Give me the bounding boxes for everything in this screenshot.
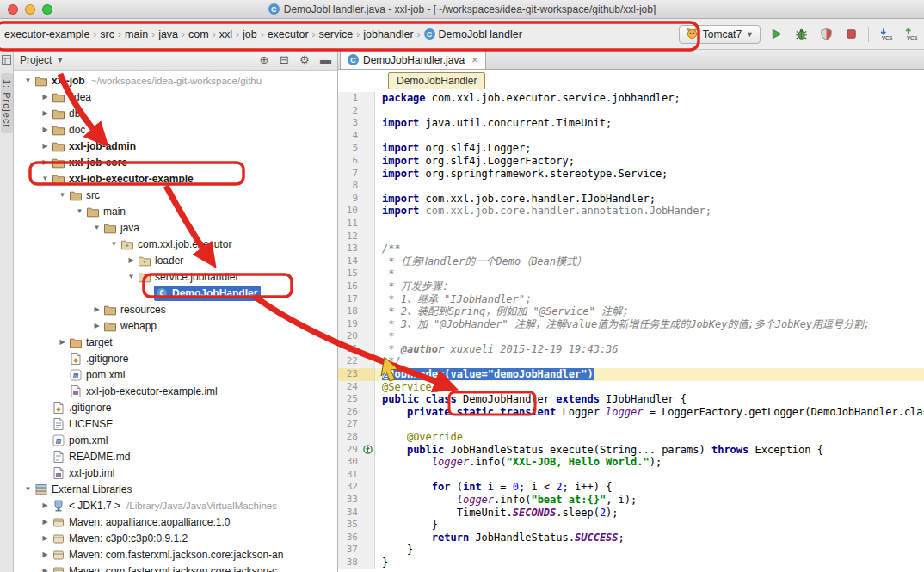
line-number[interactable]: 30 [338,456,361,469]
line-number[interactable]: 11 [338,218,361,231]
vcs-update-icon[interactable]: VCS [877,25,896,44]
code-line-24[interactable]: 24@Service [338,381,924,394]
code-line-18[interactable]: 18 * 2、装配到Spring，例如加 "@Service" 注解； [338,305,924,318]
code-line-35[interactable]: 35 } [338,519,924,532]
code-line-1[interactable]: 1package com.xxl.job.executor.service.jo… [338,92,924,105]
breadcrumb-item-src[interactable]: src [97,27,117,42]
tool-window-grid-icon[interactable] [2,52,11,68]
breadcrumb-item-demojobhandler[interactable]: CDemoJobHandler [422,27,525,42]
code-line-38[interactable]: 38} [338,557,924,569]
code-line-3[interactable]: 3import java.util.concurrent.TimeUnit; [338,117,924,130]
tree-expand-icon[interactable]: ▶ [40,126,51,133]
tree-expand-icon[interactable]: ▶ [40,109,51,117]
tree-item-webapp[interactable]: ▶webapp [14,317,337,334]
line-number[interactable]: 36 [338,532,361,544]
tree-item-service-jobhandler[interactable]: ▼service.jobhandler [14,268,337,285]
line-number[interactable]: 4 [338,130,361,143]
code-line-28[interactable]: 28 @Override [338,431,924,444]
tree-item-idea[interactable]: ▶.idea [14,89,337,105]
tree-expand-icon[interactable]: ▶ [40,142,51,150]
breadcrumb-item-executor[interactable]: executor [265,27,311,42]
tree-item-xxl-job-admin[interactable]: ▶xxl-job-admin [14,138,337,154]
tree-item-xxl-job[interactable]: ▼xxl-job~/workspaces/idea-git-workspace/… [14,72,337,89]
code-line-26[interactable]: 26 private static transient Logger logge… [338,406,924,419]
line-number[interactable]: 14 [338,255,361,268]
run-button[interactable] [767,25,785,44]
line-number[interactable]: 17 [338,293,361,306]
line-number[interactable]: 20 [338,330,361,343]
code-line-4[interactable]: 4 [338,130,924,143]
code-line-15[interactable]: 15 * [338,268,924,280]
line-number[interactable]: 8 [338,180,361,193]
tree-item-gitignore[interactable]: .gitignore [14,399,337,415]
close-tab-icon[interactable]: × [471,53,478,66]
tree-expand-icon[interactable]: ▶ [40,550,51,558]
tree-item-demojobhandler[interactable]: CDemoJobHandler [14,285,337,301]
breadcrumb-item-service[interactable]: service [317,27,356,42]
tree-item-gitignore[interactable]: .gitignore [14,350,337,366]
tree-expand-icon[interactable]: ▼ [126,273,137,280]
breadcrumb-item-com[interactable]: com [186,27,212,42]
line-number[interactable]: 25 [338,393,361,406]
tree-item-maven-c3p0-c3p0-0-9-1-2[interactable]: ▶Maven: c3p0:c3p0:0.9.1.2 [14,530,337,546]
tree-expand-icon[interactable]: ▼ [108,240,120,248]
code-line-5[interactable]: 5import org.slf4j.Logger; [338,142,924,155]
code-line-36[interactable]: 36 return JobHandleStatus.SUCCESS; [338,532,924,544]
stop-button[interactable] [841,25,860,44]
tree-item-loader[interactable]: ▶loader [14,252,337,268]
editor-breadcrumb-chip[interactable]: DemoJobHandler [388,72,485,89]
tree-expand-icon[interactable]: ▶ [40,518,51,526]
tree-item-xxl-job-executor-example-iml[interactable]: xxl-job-executor-example.iml [14,383,337,399]
breadcrumb-item-job[interactable]: job [240,27,260,42]
tree-item-readme-md[interactable]: README.md [14,448,337,464]
tree-item-xxl-job-core[interactable]: ▶xxl-job-core [14,154,337,170]
code-line-14[interactable]: 14 * 任务Handler的一个Demo（Bean模式） [338,255,924,268]
line-number[interactable]: 28 [338,431,361,444]
tree-item-java[interactable]: ▼java [14,219,337,236]
tree-expand-icon[interactable]: ▼ [91,224,102,231]
scroll-from-source-icon[interactable]: ⊕ [260,53,269,66]
code-line-29[interactable]: 29 public JobHandleStatus execute(String… [338,444,924,457]
tree-item-jdk1-7[interactable]: ▶< JDK1.7 >/Library/Java/JavaVirtualMach… [14,497,337,514]
code-line-17[interactable]: 17 * 1、继承 "IJobHandler"； [338,293,924,306]
tab-demojobhandler-java[interactable]: C DemoJobHandler.java × [340,50,486,69]
tree-expand-icon[interactable]: ▶ [40,567,51,572]
code-line-32[interactable]: 32 for (int i = 0; i < 2; i++) { [338,481,924,494]
line-number[interactable]: 24 [338,381,361,394]
tree-item-license[interactable]: LICENSE [14,415,337,432]
hide-panel-icon[interactable]: ▬ [320,53,331,66]
tree-item-external-libraries[interactable]: ▼External Libraries [14,481,337,497]
code-line-34[interactable]: 34 TimeUnit.SECONDS.sleep(2); [338,507,924,520]
line-number[interactable]: 33 [338,494,361,507]
tree-expand-icon[interactable]: ▶ [40,501,51,509]
line-number[interactable]: 3 [338,117,361,130]
vcs-commit-icon[interactable]: VCS [902,25,921,44]
line-number[interactable]: 15 [338,268,361,280]
tree-item-pom-xml[interactable]: mpom.xml [14,366,337,383]
tree-item-pom-xml[interactable]: mpom.xml [14,432,337,448]
code-line-21[interactable]: 21 * @author xuxueli 2015-12-19 19:43:36 [338,343,924,356]
line-number[interactable]: 7 [338,168,361,181]
debug-icon[interactable] [792,25,810,44]
line-number[interactable]: 9 [338,193,361,206]
project-panel-title[interactable]: Project ▼ [20,54,64,66]
breadcrumb-item-java[interactable]: java [156,27,181,42]
line-number[interactable]: 35 [338,519,361,532]
tree-expand-icon[interactable]: ▶ [57,338,68,346]
tree-expand-icon[interactable]: ▶ [40,534,51,542]
tree-expand-icon[interactable]: ▼ [22,77,34,84]
run-configuration-select[interactable]: Tomcat7 ▼ [679,25,761,44]
gear-icon[interactable]: ⚙ [299,53,310,66]
tree-expand-icon[interactable]: ▶ [91,322,102,329]
line-number[interactable]: 37 [338,544,361,557]
code-line-37[interactable]: 37 } [338,544,924,557]
line-number[interactable]: 23 [338,368,361,381]
tree-expand-icon[interactable]: ▶ [126,256,137,264]
tree-item-main[interactable]: ▼main [14,203,337,219]
line-number[interactable]: 10 [338,205,361,218]
code-line-23[interactable]: 23@JobHander(value="demoJobHandler") [338,368,924,381]
code-line-31[interactable]: 31 [338,469,924,482]
line-number[interactable]: 12 [338,231,361,243]
line-number[interactable]: 31 [338,469,361,482]
code-line-9[interactable]: 9import com.xxl.job.core.handler.IJobHan… [338,193,924,206]
